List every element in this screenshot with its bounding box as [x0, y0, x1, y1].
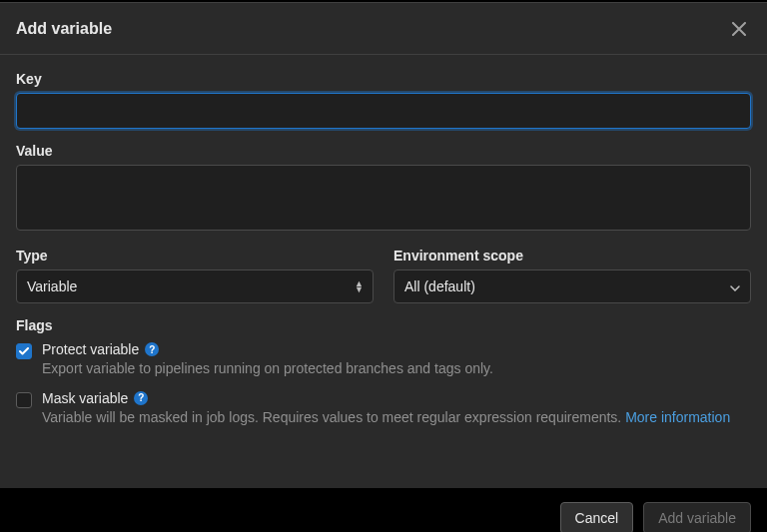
key-label: Key	[16, 71, 751, 87]
close-icon	[732, 22, 746, 36]
mask-variable-desc-text: Variable will be masked in job logs. Req…	[42, 409, 625, 425]
chevron-down-icon	[730, 278, 740, 294]
type-select[interactable]: Variable	[16, 269, 374, 303]
protect-variable-checkbox[interactable]	[16, 343, 32, 359]
env-scope-dropdown[interactable]: All (default)	[393, 269, 751, 303]
value-label: Value	[16, 143, 751, 159]
type-env-row: Type Variable ▲▼ Environment scope All (…	[16, 248, 751, 303]
protect-variable-label: Protect variable	[42, 341, 139, 357]
modal-backdrop: Add variable Key Value Type Variable	[0, 0, 767, 532]
mask-variable-body: Mask variable ? Variable will be masked …	[42, 390, 751, 427]
env-scope-value: All (default)	[404, 278, 475, 294]
cancel-button[interactable]: Cancel	[560, 502, 634, 532]
mask-variable-desc: Variable will be masked in job logs. Req…	[42, 408, 751, 427]
type-label: Type	[16, 248, 374, 264]
env-col: Environment scope All (default)	[393, 248, 751, 303]
value-textarea[interactable]	[16, 165, 751, 231]
protect-variable-body: Protect variable ? Export variable to pi…	[42, 341, 751, 378]
env-scope-label: Environment scope	[393, 248, 751, 264]
key-input[interactable]	[16, 93, 751, 129]
mask-variable-checkbox[interactable]	[16, 392, 32, 408]
modal-header: Add variable	[0, 3, 767, 55]
add-variable-modal: Add variable Key Value Type Variable	[0, 2, 767, 488]
help-icon[interactable]: ?	[134, 391, 148, 405]
flags-group: Protect variable ? Export variable to pi…	[16, 341, 751, 427]
add-variable-button[interactable]: Add variable	[643, 502, 751, 532]
protect-variable-desc: Export variable to pipelines running on …	[42, 359, 751, 378]
type-col: Type Variable ▲▼	[16, 248, 374, 303]
mask-variable-label: Mask variable	[42, 390, 128, 406]
modal-footer: Cancel Add variable	[0, 488, 767, 532]
protect-variable-row: Protect variable ? Export variable to pi…	[16, 341, 751, 378]
modal-body: Key Value Type Variable ▲▼	[0, 55, 767, 488]
modal-title: Add variable	[16, 20, 112, 38]
type-select-wrap: Variable ▲▼	[16, 269, 374, 303]
flags-label: Flags	[16, 317, 751, 333]
mask-variable-row: Mask variable ? Variable will be masked …	[16, 390, 751, 427]
close-button[interactable]	[727, 17, 751, 41]
more-information-link[interactable]: More information	[625, 409, 730, 425]
help-icon[interactable]: ?	[145, 342, 159, 356]
